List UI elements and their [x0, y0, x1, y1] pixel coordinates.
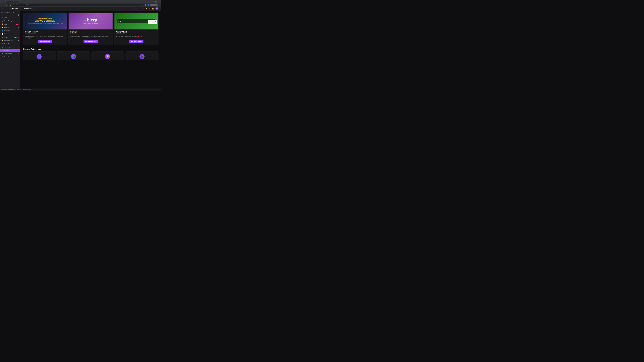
- tab-scroll-left[interactable]: ‹: [1, 1, 3, 3]
- collapse-sidebar-button[interactable]: ◀: [18, 14, 18, 16]
- sidebar-collapse-row: ◀: [0, 14, 20, 16]
- viewer-attack-card: LEADERBOARD 🍅🍄⭕ Let your community throw…: [114, 12, 158, 45]
- reload-button[interactable]: ↻: [6, 4, 8, 6]
- close-button[interactable]: ✕: [158, 1, 159, 3]
- community-icon: 👥: [2, 30, 3, 32]
- safety-center-label: Safety Center: [4, 56, 17, 57]
- address-bar[interactable]: 🔒 dashboard.twitch.tv/u/moodjoy071/exten…: [8, 4, 144, 6]
- extensions-grid: Start streaming withCROWD CONTROL Let yo…: [23, 11, 158, 46]
- lightning-icon[interactable]: ⚡: [146, 8, 148, 10]
- sidebar-header: ☰ Extensions: [0, 7, 20, 11]
- stream-manager-icon: ◎: [2, 20, 3, 22]
- back-button[interactable]: ◀: [1, 4, 2, 6]
- alerts-new-badge: NEW: [16, 24, 18, 25]
- sidebar-item-creator-camp[interactable]: ⛺ Creator Camp ↗: [0, 52, 20, 55]
- discover-card-1[interactable]: 👤: [23, 51, 56, 60]
- page-header: Extensions ? ⚡ ✉ 🔔 M: [20, 7, 161, 11]
- analytics-label: Analytics: [4, 27, 17, 28]
- extensions-label: Extensions: [4, 50, 18, 51]
- stream-together-label: Stream Together: [4, 43, 18, 44]
- status-bar: https://dashboard.twitch.tv/extensions/7…: [0, 89, 161, 91]
- tab-group: ‹ 🟣 Extensions - Twitch ✕ +: [1, 1, 20, 3]
- analytics-chevron-icon: ▾: [18, 27, 18, 28]
- settings-label: Settings: [4, 37, 13, 38]
- sidebar-item-analytics[interactable]: 📊 Analytics ▾: [0, 26, 20, 29]
- sidebar-item-stream-manager[interactable]: ◎ Stream Manager: [0, 19, 20, 23]
- blerp-desc: Sound memes, AI TTS, Sound Alerts & Emot…: [70, 35, 111, 39]
- notification-icon[interactable]: 🔔: [152, 8, 154, 10]
- forward-button[interactable]: ▶: [3, 4, 5, 6]
- viewer-attack-add-button[interactable]: Add to my Channel: [129, 40, 144, 43]
- crowd-control-add-button[interactable]: Add to my Channel: [38, 40, 52, 43]
- alerts-label: Alerts: [4, 24, 14, 25]
- creator-camp-label: Creator Camp: [4, 53, 17, 54]
- discover-card-2[interactable]: 📺: [57, 51, 90, 60]
- sidebar-item-community[interactable]: 👥 Community ▾: [0, 29, 20, 32]
- sidebar-item-settings[interactable]: ⚙ Settings NEW ▾: [0, 36, 20, 39]
- analytics-icon: 📊: [2, 27, 3, 28]
- streaming-tools-label: Streaming Tools: [4, 46, 18, 48]
- creator-camp-icon: ⛺: [2, 53, 3, 54]
- browser-chrome: ‹ 🟣 Extensions - Twitch ✕ + ─ ❐ ✕ ◀ ▶ ↻ …: [0, 0, 161, 7]
- crowd-control-desc: THE app that lets your viewers interact …: [25, 35, 65, 39]
- user-avatar[interactable]: M: [156, 7, 158, 10]
- help-icon[interactable]: ?: [143, 8, 144, 10]
- tab-title: Extensions - Twitch: [5, 1, 15, 3]
- browser-right-icons: 🧩 👤 🕵 Incognito ⋮: [145, 4, 160, 6]
- sidebar-item-home[interactable]: ⌂ Home: [0, 16, 20, 19]
- blerp-logo-text: blerp: [87, 17, 97, 22]
- extensions-sidebar-icon: 🧩: [2, 50, 3, 51]
- tab-close-button[interactable]: ✕: [16, 1, 18, 3]
- blerp-image: ★ blerp Sound Memes on Streams: [68, 13, 112, 29]
- sidebar-item-content[interactable]: 📄 Content ▾: [0, 32, 20, 36]
- home-icon: ⌂: [2, 17, 3, 18]
- crowd-control-card: Start streaming withCROWD CONTROL Let yo…: [23, 12, 67, 45]
- app-layout: ☰ Extensions CREATOR DASHBOARD ◀ ⌂ Home …: [0, 7, 161, 90]
- content-label: Content: [4, 33, 17, 35]
- active-tab[interactable]: 🟣 Extensions - Twitch ✕: [3, 1, 18, 3]
- discover-section-title: Discover Extensions: [23, 48, 158, 50]
- sidebar-title: Extensions: [10, 8, 18, 10]
- discover-icon-camera: 🎥: [140, 54, 144, 59]
- hamburger-menu[interactable]: ☰: [2, 8, 3, 10]
- community-chevron-icon: ▾: [18, 30, 18, 31]
- people-icon: 👤: [38, 55, 41, 58]
- crowd-control-subtext: Let your viewers spawn enemies, give pow…: [26, 23, 64, 24]
- maximize-button[interactable]: ❐: [155, 1, 156, 3]
- menu-icon[interactable]: ⋮: [159, 4, 160, 6]
- discover-card-3[interactable]: 🏆: [91, 51, 124, 60]
- header-icons: ? ⚡ ✉ 🔔 M: [143, 7, 158, 10]
- crowd-control-card-body: Crowd Control™ BY CROWD CONTROL™ THE app…: [23, 29, 67, 45]
- blerp-star-icon: ★: [84, 18, 86, 22]
- mail-icon[interactable]: ✉: [149, 8, 150, 10]
- new-tab-button[interactable]: +: [19, 1, 20, 3]
- sidebar-item-safety-center[interactable]: 🛡 Safety Center ↗: [0, 55, 20, 58]
- screen-icon: 📺: [72, 55, 75, 58]
- discover-card-4[interactable]: 🎥: [126, 51, 159, 60]
- discover-icon-screen: 📺: [71, 54, 76, 59]
- sidebar-item-alerts[interactable]: 🔔 Alerts NEW: [0, 23, 20, 26]
- community-label: Community: [4, 30, 17, 31]
- incognito-label: Incognito: [153, 4, 157, 6]
- crowd-control-title: Crowd Control™: [25, 31, 65, 33]
- profile-icon[interactable]: 👤: [148, 4, 149, 6]
- bookmark-icon[interactable]: ☆: [142, 4, 143, 6]
- safety-center-external-icon: ↗: [18, 56, 18, 57]
- blerp-title: Blerp 🎉: [70, 31, 111, 33]
- extensions-icon[interactable]: 🧩: [145, 4, 146, 6]
- discover-icon-people: 👤: [36, 54, 42, 59]
- viewer-attack-title: Viewer Attack: [116, 31, 156, 33]
- sidebar-item-stream-together[interactable]: 🎮 Stream Together: [0, 42, 20, 45]
- sidebar-item-viewer-rewards[interactable]: ⭐ Viewer Rewards ▾: [0, 39, 20, 42]
- address-bar-row: ◀ ▶ ↻ 🔒 dashboard.twitch.tv/u/moodjoy071…: [0, 3, 161, 7]
- incognito-icon: 🕵: [151, 4, 152, 6]
- settings-icon: ⚙: [2, 36, 3, 38]
- minimize-button[interactable]: ─: [152, 1, 154, 3]
- window-controls: ─ ❐ ✕: [152, 1, 160, 3]
- blerp-add-button[interactable]: Add to my Channel: [84, 40, 98, 43]
- discover-grid: 👤 📺 🏆 🎥: [23, 51, 158, 60]
- sidebar-item-extensions[interactable]: 🧩 Extensions: [0, 49, 20, 52]
- blerp-card: ★ blerp Sound Memes on Streams Blerp 🎉 B…: [68, 12, 112, 45]
- creator-camp-external-icon: ↗: [18, 53, 18, 54]
- sidebar-item-streaming-tools[interactable]: 🔧 Streaming Tools: [0, 45, 20, 49]
